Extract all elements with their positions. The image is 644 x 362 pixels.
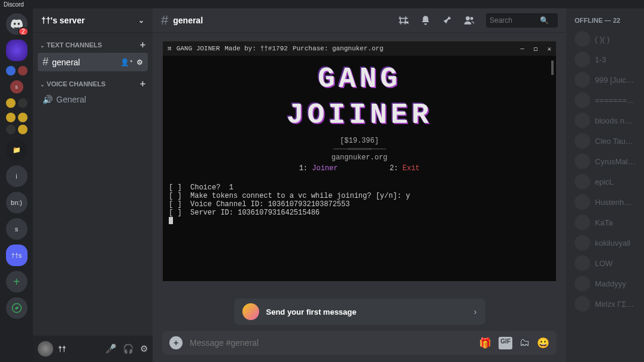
- terminal-line: [ ] Make tokens connect to a vc while jo…: [169, 192, 550, 200]
- menu-option-exit: Exit: [403, 164, 420, 173]
- gift-icon[interactable]: 🎁: [479, 337, 491, 349]
- member-name: bloods never: [595, 116, 636, 125]
- members-icon[interactable]: [463, 14, 475, 26]
- member-list-header: OFFLINE — 22: [571, 17, 639, 24]
- gif-button[interactable]: GIF: [499, 337, 512, 349]
- search-box[interactable]: 🔍: [486, 13, 558, 28]
- server-item-s[interactable]: s: [6, 218, 28, 240]
- server-header[interactable]: ††'s server ⌄: [33, 8, 153, 32]
- member-avatar: [575, 255, 590, 271]
- settings-icon[interactable]: ⚙: [140, 343, 148, 354]
- member-avatar: [575, 113, 590, 128]
- threads-icon[interactable]: [397, 14, 409, 26]
- minimize-icon[interactable]: —: [520, 45, 524, 53]
- channel-sidebar: ††'s server ⌄ ⌄ TEXT CHANNELS + # genera…: [33, 8, 153, 362]
- svg-point-2: [470, 17, 473, 20]
- pin-icon[interactable]: [442, 15, 452, 26]
- wave-emoji-icon: [242, 303, 259, 320]
- terminal-price: [$19.396]: [340, 137, 379, 145]
- server-item-small[interactable]: s: [10, 80, 23, 93]
- main-area: # general 🔍: [153, 8, 566, 362]
- member-avatar: [575, 235, 590, 251]
- voice-channel-general[interactable]: 🔊 General: [38, 92, 148, 107]
- close-icon[interactable]: ✕: [547, 45, 551, 53]
- headphones-icon[interactable]: 🎧: [123, 343, 134, 354]
- sticker-icon[interactable]: 🗂: [520, 337, 530, 349]
- chevron-right-icon: ›: [474, 307, 477, 316]
- member-item[interactable]: Mirlzx ГΣРѢ: [571, 294, 639, 314]
- home-button[interactable]: 2: [6, 13, 28, 35]
- terminal-madeby: Made by: ††#1792: [224, 45, 288, 52]
- gear-icon[interactable]: ⚙: [136, 58, 143, 67]
- add-server-button[interactable]: +: [6, 271, 28, 292]
- chat-body: ⌘ GANG JOINER Made by: ††#1792 Purchase:…: [153, 32, 566, 331]
- member-item[interactable]: Hustenhaft F: [571, 192, 639, 212]
- member-item[interactable]: ( )( ): [571, 29, 639, 49]
- member-avatar: [575, 296, 590, 312]
- channel-general[interactable]: # general 👤⁺ ⚙: [38, 53, 148, 71]
- member-avatar: [575, 153, 590, 169]
- maximize-icon[interactable]: ◻: [534, 45, 538, 53]
- user-avatar[interactable]: [38, 341, 53, 357]
- add-voice-channel-button[interactable]: +: [140, 79, 145, 89]
- member-avatar: [575, 52, 590, 67]
- server-item-folder[interactable]: 📁: [6, 139, 28, 161]
- member-name: CyrusMaleW: [595, 157, 636, 166]
- explore-button[interactable]: [6, 297, 28, 319]
- member-name: 1-3: [595, 55, 606, 64]
- voice-channels-header[interactable]: ⌄ VOICE CHANNELS +: [38, 79, 148, 92]
- member-item[interactable]: 1-3: [571, 49, 639, 70]
- server-folder-2[interactable]: [6, 113, 28, 134]
- member-item[interactable]: epicL: [571, 171, 639, 192]
- member-name: KaTa: [595, 218, 613, 227]
- member-avatar: [575, 31, 590, 47]
- member-item[interactable]: kokiluvyall: [571, 233, 639, 253]
- terminal-scrollbar[interactable]: [551, 61, 554, 75]
- terminal-url: gangnuker.org: [332, 153, 388, 162]
- member-item[interactable]: LOW: [571, 253, 639, 273]
- attach-button[interactable]: +: [169, 336, 183, 349]
- terminal-window: ⌘ GANG JOINER Made by: ††#1792 Purchase:…: [162, 41, 557, 282]
- ascii-art-line1: GANG: [169, 64, 550, 94]
- member-item[interactable]: 999 [Juice W: [571, 70, 639, 90]
- user-panel: †† 🎤 🎧 ⚙: [33, 336, 153, 362]
- server-name: ††'s server: [41, 16, 85, 25]
- server-item-tts[interactable]: ††s: [6, 245, 28, 266]
- bell-icon[interactable]: [420, 15, 431, 26]
- member-item[interactable]: ==========: [571, 90, 639, 110]
- channel-header: # general 🔍: [153, 8, 566, 32]
- member-avatar: [575, 276, 590, 291]
- app-name: Discord: [4, 1, 24, 8]
- search-input[interactable]: [490, 16, 537, 25]
- text-channels-header[interactable]: ⌄ TEXT CHANNELS +: [38, 40, 148, 53]
- first-message-card[interactable]: Send your first message ›: [234, 298, 485, 325]
- member-name: 999 [Juice W: [595, 76, 636, 85]
- member-name: Hustenhaft F: [595, 198, 636, 207]
- terminal-title: GANG JOINER: [177, 45, 220, 52]
- add-text-channel-button[interactable]: +: [140, 40, 145, 50]
- app-titlebar: Discord: [0, 0, 644, 8]
- server-folder-0[interactable]: [6, 66, 28, 76]
- member-item[interactable]: Cleo Taurus: [571, 131, 639, 151]
- server-folder-1[interactable]: [6, 98, 28, 108]
- member-item[interactable]: KaTa: [571, 212, 639, 233]
- member-item[interactable]: CyrusMaleW: [571, 151, 639, 171]
- terminal-titlebar[interactable]: ⌘ GANG JOINER Made by: ††#1792 Purchase:…: [163, 41, 556, 56]
- invite-icon[interactable]: 👤⁺: [120, 58, 133, 67]
- member-item[interactable]: bloods never: [571, 110, 639, 131]
- message-input[interactable]: [190, 338, 472, 348]
- member-list: OFFLINE — 22 ( )( )1-3999 [Juice W======…: [566, 8, 644, 362]
- emoji-icon[interactable]: 😀: [537, 337, 549, 349]
- server-item-0[interactable]: [6, 40, 28, 61]
- search-icon: 🔍: [540, 16, 549, 25]
- member-name: Cleo Taurus: [595, 137, 636, 146]
- member-avatar: [575, 92, 590, 108]
- mic-muted-icon[interactable]: 🎤: [105, 343, 117, 354]
- member-name: ==========: [595, 96, 636, 105]
- member-avatar: [575, 72, 590, 88]
- home-badge: 2: [18, 27, 29, 36]
- server-item-bn[interactable]: bn:): [6, 192, 28, 213]
- server-item-i[interactable]: i: [6, 165, 28, 187]
- message-input-container: + 🎁 GIF 🗂 😀: [162, 331, 557, 355]
- member-item[interactable]: Maddyyy: [571, 273, 639, 294]
